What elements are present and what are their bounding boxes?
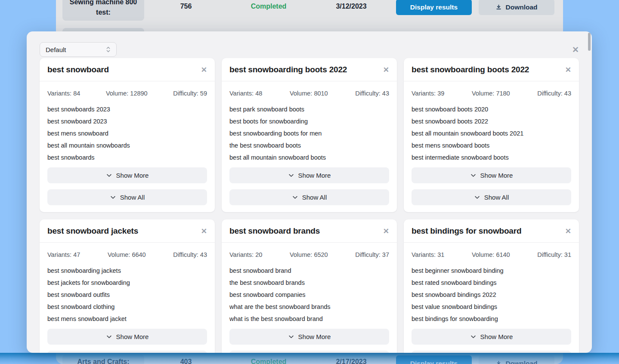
keyword-item: best bindings for snowboarding (412, 313, 571, 325)
chevron-down-icon (288, 172, 294, 179)
variants-value: 31 (437, 251, 444, 258)
variants-label: Variants: (229, 251, 254, 258)
volume-label: Volume: (108, 251, 130, 258)
show-more-button[interactable]: Show More (229, 167, 389, 183)
keyword-item: best snowboarding jackets (47, 265, 207, 277)
show-more-button[interactable]: Show More (229, 329, 389, 345)
keyword-item: best snowboard outfits (47, 289, 207, 301)
download-button[interactable]: Download (479, 0, 554, 15)
keyword-group-card: best snowboarding boots 2022 ✕ Variants:… (404, 58, 579, 212)
card-body: Variants: 31 Volume: 6140 Difficulty: 31… (404, 243, 579, 353)
card-body: Variants: 20 Volume: 6520 Difficulty: 37… (222, 243, 397, 353)
keyword-item: the best snowboard brands (229, 277, 389, 289)
show-more-label: Show More (298, 172, 331, 179)
card-title: best snowboarding boots 2022 (412, 65, 529, 75)
variants-value: 39 (437, 90, 444, 97)
show-more-button[interactable]: Show More (412, 167, 571, 183)
difficulty-value: 31 (564, 251, 571, 258)
card-title: best snowboard jackets (47, 226, 138, 236)
keyword-item: best boots for snowboarding (229, 115, 389, 127)
display-results-button[interactable]: Display results (396, 0, 472, 15)
show-more-label: Show More (298, 333, 331, 340)
keyword-list: best beginner snowboard bindingbest rate… (412, 265, 571, 325)
keyword-item: best rated snowboard bindings (412, 277, 571, 289)
card-stats: Variants: 20 Volume: 6520 Difficulty: 37 (229, 251, 389, 259)
volume-stat: Volume: 6520 (290, 251, 328, 259)
chevron-down-icon (470, 172, 477, 179)
volume-label: Volume: (472, 251, 494, 258)
close-icon[interactable]: ✕ (201, 228, 207, 235)
chevron-down-icon (292, 194, 298, 201)
status-text: Completed (241, 3, 297, 10)
card-header: best snowboarding boots 2022 ✕ (404, 58, 579, 81)
sort-select-value: Default (46, 46, 66, 53)
volume-stat: Volume: 8010 (290, 90, 328, 97)
volume-label: Volume: (472, 90, 494, 97)
variants-label: Variants: (412, 251, 436, 258)
card-body: Variants: 84 Volume: 12890 Difficulty: 5… (40, 81, 215, 212)
scrollbar-thumb[interactable] (588, 33, 591, 51)
show-more-label: Show More (480, 333, 513, 340)
card-header: best snowboard ✕ (40, 58, 215, 81)
keyword-item: best snowboards (47, 151, 207, 163)
close-icon[interactable]: ✕ (383, 228, 389, 235)
card-title: best snowboard brands (229, 226, 320, 236)
chevron-down-icon (474, 194, 480, 201)
variants-label: Variants: (47, 251, 71, 258)
difficulty-stat: Difficulty: 31 (537, 251, 571, 259)
close-icon[interactable]: ✕ (565, 66, 571, 74)
volume-stat: Volume: 7180 (472, 90, 510, 97)
volume-label: Volume: (290, 90, 312, 97)
variants-stat: Variants: 84 (47, 90, 80, 97)
close-icon[interactable]: ✕ (565, 228, 571, 235)
keyword-item: best snowboards 2023 (47, 103, 207, 115)
show-all-button[interactable]: Show All (229, 189, 389, 205)
show-all-button[interactable]: Show All (47, 189, 207, 205)
show-all-label: Show All (120, 194, 145, 201)
keyword-list: best snowboards 2023best snowboard 2023b… (47, 103, 207, 163)
chevron-down-icon (106, 333, 112, 340)
difficulty-label: Difficulty: (355, 251, 381, 258)
variants-stat: Variants: 31 (412, 251, 444, 259)
show-all-button[interactable]: Show All (229, 351, 389, 353)
variants-stat: Variants: 20 (229, 251, 262, 259)
chevron-down-icon (288, 333, 294, 340)
variants-label: Variants: (47, 90, 71, 97)
card-title: best snowboarding boots 2022 (229, 65, 347, 75)
keyword-item: best snowboard boots 2022 (412, 115, 571, 127)
sort-select[interactable]: Default (40, 42, 117, 57)
show-more-label: Show More (116, 333, 149, 340)
keyword-item: best beginner snowboard binding (412, 265, 571, 277)
volume-stat: Volume: 12890 (106, 90, 148, 97)
show-more-button[interactable]: Show More (412, 329, 571, 345)
close-icon[interactable]: ✕ (201, 66, 207, 74)
volume-label: Volume: (106, 90, 128, 97)
show-more-button[interactable]: Show More (47, 167, 207, 183)
download-label: Download (505, 3, 537, 11)
variants-stat: Variants: 47 (47, 251, 80, 259)
keyword-list: best park snowboard bootsbest boots for … (229, 103, 389, 163)
show-more-button[interactable]: Show More (47, 329, 207, 345)
show-all-button[interactable]: Show All (412, 351, 571, 353)
variants-value: 20 (255, 251, 262, 258)
keyword-list: best snowboard boots 2020best snowboard … (412, 103, 571, 163)
keyword-groups-modal: ✕ Default best snowboard ✕ Variants: 84 … (27, 31, 592, 353)
show-all-button[interactable]: Show All (412, 189, 571, 205)
keyword-item: best all mountain snowboard boots (229, 151, 389, 163)
close-icon[interactable]: ✕ (383, 66, 389, 74)
keyword-item: best snowboard 2023 (47, 115, 207, 127)
card-header: best snowboard jackets ✕ (40, 219, 215, 243)
modal-close-icon[interactable]: ✕ (572, 46, 579, 54)
keyword-item: what are the best snowboard brands (229, 301, 389, 313)
difficulty-stat: Difficulty: 43 (173, 251, 207, 259)
difficulty-value: 37 (382, 251, 389, 258)
show-all-label: Show All (484, 194, 509, 201)
card-header: best snowboarding boots 2022 ✕ (222, 58, 397, 81)
card-header: best snowboard brands ✕ (222, 219, 397, 243)
difficulty-label: Difficulty: (173, 90, 198, 97)
keyword-item: best snowboard bindings 2022 (412, 289, 571, 301)
keyword-item: best snowboard companies (229, 289, 389, 301)
keyword-item: best intermediate snowboard boots (412, 151, 571, 163)
show-all-button[interactable]: Show All (47, 351, 207, 353)
keyword-item: what is the best snowboard brand (229, 313, 389, 325)
